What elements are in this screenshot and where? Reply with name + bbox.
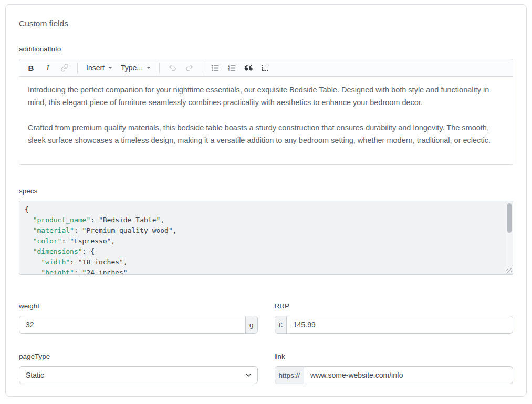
editor-content[interactable]: Introducing the perfect companion for yo… bbox=[19, 77, 513, 165]
italic-button[interactable]: I bbox=[40, 60, 55, 75]
chevron-down-icon bbox=[108, 67, 112, 69]
weight-input[interactable] bbox=[19, 316, 245, 333]
link-icon bbox=[60, 64, 69, 72]
bullet-list-icon bbox=[211, 64, 220, 72]
weight-unit-addon: g bbox=[245, 316, 257, 333]
editor-paragraph: Crafted from premium quality materials, … bbox=[28, 121, 504, 147]
page-title: Custom fields bbox=[19, 19, 513, 28]
insert-dropdown-label: Insert bbox=[86, 64, 105, 72]
weight-label: weight bbox=[19, 302, 258, 310]
italic-icon: I bbox=[47, 64, 49, 72]
specs-code[interactable]: { "product_name": "Bedside Table", "mate… bbox=[19, 201, 513, 275]
dashed-square-button[interactable] bbox=[258, 60, 273, 75]
page-type-label: pageType bbox=[19, 353, 258, 361]
editor-toolbar: B I Insert Type... bbox=[19, 59, 513, 77]
weight-field: weight g bbox=[19, 302, 258, 334]
link-field: link https:// bbox=[275, 353, 514, 384]
insert-dropdown[interactable]: Insert bbox=[83, 60, 116, 75]
ordered-list-button[interactable]: 123 bbox=[224, 60, 239, 75]
link-label: link bbox=[275, 353, 514, 361]
type-dropdown-label: Type... bbox=[121, 64, 143, 72]
page-type-select[interactable]: Static bbox=[19, 366, 258, 384]
undo-icon bbox=[168, 64, 177, 72]
bold-icon: B bbox=[28, 64, 34, 72]
svg-text:3: 3 bbox=[228, 68, 230, 71]
bold-button[interactable]: B bbox=[24, 60, 38, 75]
form-row: pageType Static link https:// bbox=[19, 353, 513, 384]
type-dropdown[interactable]: Type... bbox=[118, 60, 154, 75]
bullet-list-button[interactable] bbox=[207, 60, 222, 75]
chevron-down-icon bbox=[147, 67, 151, 69]
rrp-field: RRP £ bbox=[275, 302, 514, 334]
redo-icon bbox=[185, 64, 194, 72]
currency-addon: £ bbox=[275, 316, 287, 333]
toolbar-divider bbox=[202, 63, 202, 73]
link-input-group: https:// bbox=[275, 366, 514, 384]
blockquote-button[interactable] bbox=[241, 60, 256, 75]
toolbar-divider bbox=[159, 63, 160, 73]
ordered-list-icon: 123 bbox=[227, 64, 236, 72]
rrp-input-group: £ bbox=[275, 316, 514, 334]
specs-field: specs { "product_name": "Bedside Table",… bbox=[19, 187, 513, 275]
rich-text-editor: B I Insert Type... bbox=[19, 59, 513, 165]
protocol-addon: https:// bbox=[275, 367, 305, 384]
custom-fields-card: Custom fields additionalInfo B I Insert … bbox=[5, 4, 527, 397]
link-button[interactable] bbox=[57, 60, 72, 75]
blockquote-icon bbox=[244, 65, 253, 71]
additional-info-field: additionalInfo B I Insert Type... bbox=[19, 45, 513, 165]
toolbar-divider bbox=[77, 63, 78, 73]
scrollbar-thumb[interactable] bbox=[507, 203, 512, 233]
form-row: weight g RRP £ bbox=[19, 302, 513, 334]
page-type-select-wrap: Static bbox=[19, 366, 258, 384]
rrp-input[interactable] bbox=[287, 316, 513, 333]
undo-button[interactable] bbox=[165, 60, 180, 75]
weight-input-group: g bbox=[19, 316, 258, 334]
editor-paragraph: Introducing the perfect companion for yo… bbox=[28, 84, 504, 109]
dashed-square-icon bbox=[262, 65, 268, 71]
rrp-label: RRP bbox=[275, 302, 514, 310]
resize-handle-icon[interactable] bbox=[506, 268, 512, 274]
page-type-field: pageType Static bbox=[19, 353, 258, 384]
link-input[interactable] bbox=[304, 367, 513, 384]
specs-code-editor[interactable]: { "product_name": "Bedside Table", "mate… bbox=[19, 201, 513, 275]
redo-button[interactable] bbox=[182, 60, 196, 75]
specs-label: specs bbox=[19, 187, 513, 195]
vertical-scrollbar[interactable] bbox=[506, 201, 513, 268]
additional-info-label: additionalInfo bbox=[19, 45, 513, 54]
